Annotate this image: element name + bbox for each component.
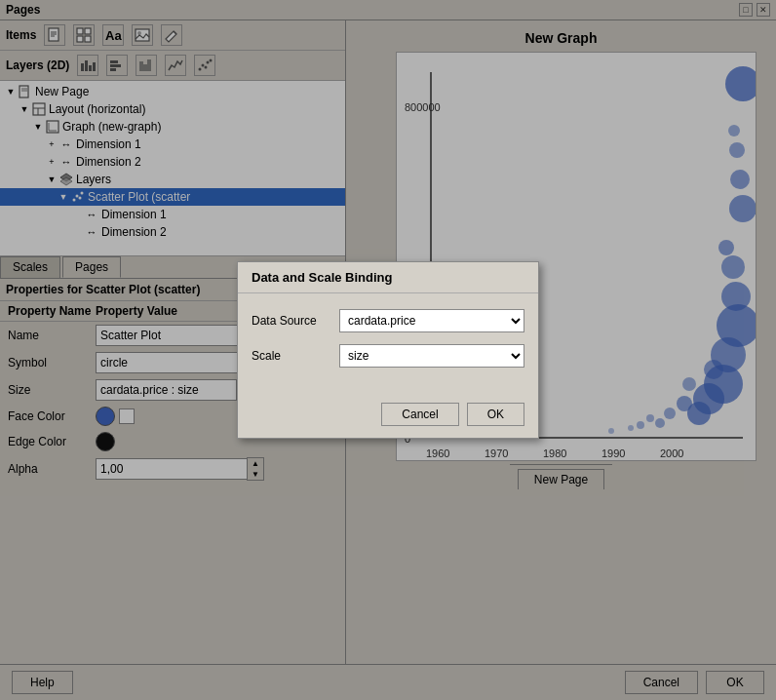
- modal-overlay: Data and Scale Binding Data Source carda…: [0, 0, 776, 700]
- modal-dialog: Data and Scale Binding Data Source carda…: [237, 261, 539, 439]
- modal-data-source-row: Data Source cardata.price: [252, 309, 524, 332]
- modal-data-source-label: Data Source: [252, 314, 339, 328]
- modal-actions: Cancel OK: [238, 395, 538, 438]
- modal-body: Data Source cardata.price Scale size: [238, 293, 538, 395]
- modal-title: Data and Scale Binding: [238, 262, 538, 293]
- modal-cancel-button[interactable]: Cancel: [381, 403, 458, 426]
- modal-scale-label: Scale: [252, 349, 339, 363]
- modal-scale-select[interactable]: size: [339, 344, 524, 368]
- modal-scale-row: Scale size: [252, 344, 524, 368]
- modal-ok-button[interactable]: OK: [467, 403, 524, 426]
- modal-data-source-select[interactable]: cardata.price: [339, 309, 524, 332]
